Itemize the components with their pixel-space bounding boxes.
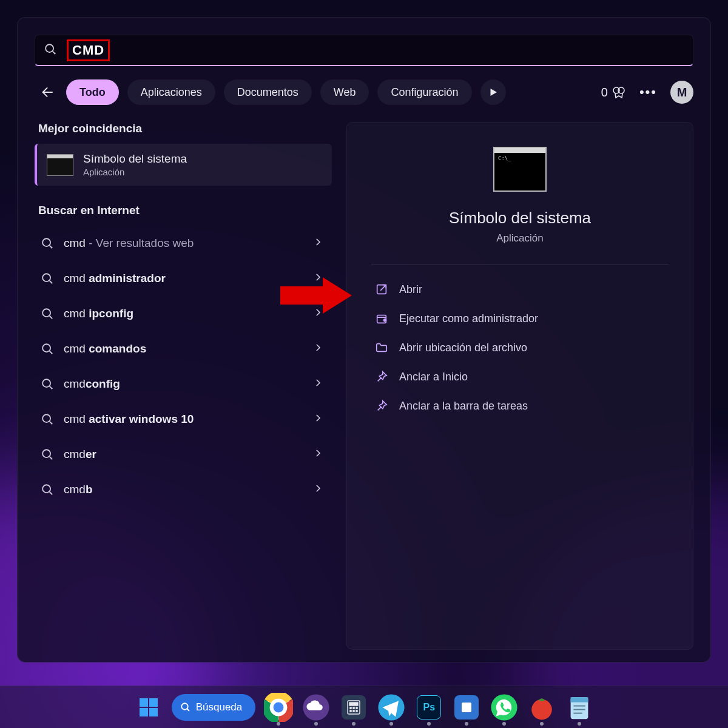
search-icon: [41, 448, 54, 461]
tab-documentos[interactable]: Documentos: [224, 79, 312, 105]
web-suggestion[interactable]: cmd administrador: [35, 261, 332, 296]
svg-line-15: [50, 386, 53, 389]
taskbar-cloud[interactable]: [302, 693, 331, 722]
start-button[interactable]: [134, 693, 163, 722]
web-suggestion[interactable]: cmdconfig: [35, 366, 332, 402]
preview-action-label: Abrir ubicación del archivo: [399, 342, 527, 354]
pin-icon: [375, 370, 388, 383]
svg-point-16: [42, 414, 50, 422]
taskbar-notepad[interactable]: [565, 693, 594, 722]
svg-rect-27: [140, 708, 148, 716]
svg-point-14: [42, 379, 50, 387]
svg-point-10: [42, 309, 50, 317]
web-suggestion-label: cmder: [64, 448, 303, 461]
back-button[interactable]: [35, 81, 58, 104]
taskbar-telegram[interactable]: [377, 693, 406, 722]
web-suggestion-label: cmdconfig: [64, 377, 303, 391]
tab-aplicaciones[interactable]: Aplicaciones: [127, 79, 215, 105]
chevron-right-icon: [312, 237, 323, 250]
divider: [371, 264, 669, 265]
svg-point-44: [353, 710, 355, 712]
preview-action-label: Anclar a la barra de tareas: [399, 400, 528, 413]
svg-rect-26: [149, 698, 158, 707]
web-suggestion-label: cmd administrador: [64, 272, 303, 285]
web-suggestion-label: cmdb: [64, 483, 303, 496]
cmd-icon: [47, 154, 73, 176]
search-icon: [44, 42, 57, 58]
user-avatar[interactable]: M: [670, 81, 693, 104]
svg-line-7: [50, 246, 53, 249]
svg-point-45: [356, 710, 358, 712]
search-icon: [41, 483, 54, 496]
preview-action[interactable]: Anclar a Inicio: [371, 363, 669, 391]
best-match-title: Símbolo del sistema: [83, 152, 187, 166]
search-icon: [41, 237, 54, 250]
taskbar-chrome[interactable]: [264, 693, 293, 722]
preview-title: Símbolo del sistema: [449, 209, 591, 228]
svg-line-1: [53, 51, 56, 54]
preview-action[interactable]: Abrir: [371, 275, 669, 303]
more-menu[interactable]: •••: [639, 84, 657, 100]
svg-line-9: [50, 281, 53, 284]
search-icon: [41, 413, 54, 426]
tab-configuracion[interactable]: Configuración: [377, 79, 471, 105]
web-suggestion-label: cmd ipconfig: [64, 307, 303, 320]
svg-point-41: [353, 707, 355, 709]
web-suggestion[interactable]: cmd activar windows 10: [35, 402, 332, 437]
search-icon: [41, 342, 54, 356]
svg-point-0: [46, 44, 53, 52]
chevron-right-icon: [312, 377, 323, 391]
svg-point-6: [42, 238, 50, 246]
web-suggestion[interactable]: cmd - Ver resultados web: [35, 226, 332, 261]
preview-action[interactable]: Anclar a la barra de tareas: [371, 392, 669, 420]
taskbar: Búsqueda Ps: [0, 686, 728, 728]
chevron-right-icon: [312, 483, 323, 496]
preview-action[interactable]: Abrir ubicación del archivo: [371, 334, 669, 362]
web-suggestion[interactable]: cmd comandos: [35, 331, 332, 366]
tab-web[interactable]: Web: [320, 79, 369, 105]
tab-more[interactable]: [480, 79, 506, 105]
preview-subtitle: Aplicación: [496, 232, 544, 244]
chevron-right-icon: [312, 272, 323, 285]
svg-line-30: [187, 709, 189, 711]
web-suggestion[interactable]: cmdb: [35, 472, 332, 507]
pin-icon: [375, 399, 388, 413]
svg-point-49: [531, 699, 552, 720]
search-box[interactable]: CMD: [35, 35, 693, 66]
search-icon: [41, 307, 54, 320]
open-icon: [375, 283, 388, 296]
chevron-right-icon: [312, 342, 323, 356]
best-match-header: Mejor coincidencia: [38, 122, 332, 135]
web-suggestion-label: cmd comandos: [64, 342, 303, 356]
svg-point-8: [42, 274, 50, 281]
chevron-right-icon: [312, 413, 323, 426]
rewards-points[interactable]: 0: [601, 85, 626, 99]
web-suggestion[interactable]: cmd ipconfig: [35, 296, 332, 331]
best-match-subtitle: Aplicación: [83, 167, 187, 177]
taskbar-pomodoro[interactable]: [527, 693, 556, 722]
svg-rect-47: [462, 703, 471, 712]
svg-rect-51: [571, 697, 588, 702]
taskbar-search[interactable]: Búsqueda: [172, 694, 256, 721]
search-icon: [41, 272, 54, 285]
svg-line-17: [50, 422, 53, 425]
search-icon: [41, 377, 54, 391]
web-suggestion[interactable]: cmder: [35, 437, 332, 472]
web-suggestion-label: cmd activar windows 10: [64, 413, 303, 426]
preview-action[interactable]: Ejecutar como administrador: [371, 305, 669, 332]
taskbar-whatsapp[interactable]: [490, 693, 519, 722]
admin-icon: [375, 312, 388, 325]
tab-todo[interactable]: Todo: [66, 79, 119, 105]
svg-point-43: [350, 710, 352, 712]
filter-tabs: Todo Aplicaciones Documentos Web Configu…: [35, 79, 693, 105]
taskbar-photoshop[interactable]: Ps: [414, 693, 443, 722]
taskbar-app-blue[interactable]: [452, 693, 481, 722]
svg-point-42: [356, 707, 358, 709]
preview-action-label: Abrir: [399, 283, 422, 296]
web-search-header: Buscar en Internet: [38, 204, 332, 217]
web-suggestion-label: cmd - Ver resultados web: [64, 237, 303, 250]
folder-icon: [375, 341, 388, 354]
svg-point-29: [181, 703, 188, 710]
best-match-result[interactable]: Símbolo del sistema Aplicación: [35, 144, 332, 186]
taskbar-calculator[interactable]: [339, 693, 368, 722]
